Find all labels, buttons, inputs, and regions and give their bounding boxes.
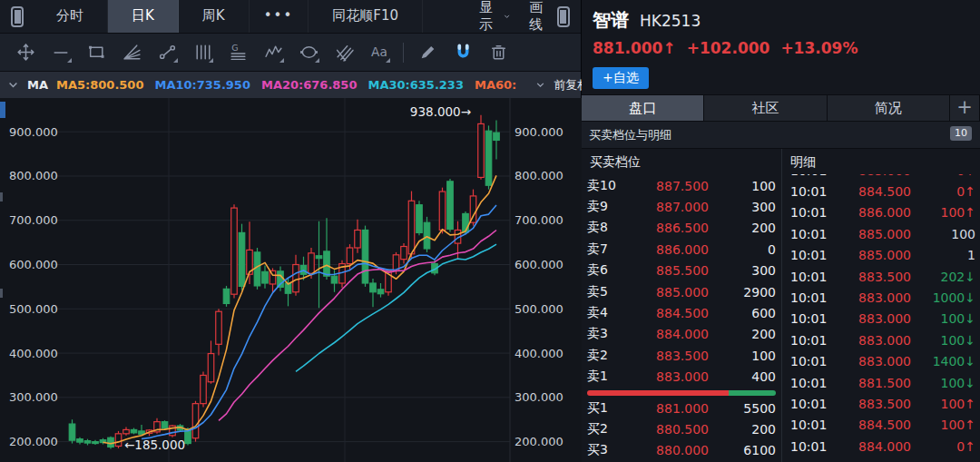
ma-value-label: MA30:635.233 [368,78,464,92]
text-tool-icon[interactable]: Aa [368,41,391,64]
hatch-tool-icon[interactable] [332,41,356,64]
ask-level-label: 卖1 [587,369,629,385]
segment-tool-icon[interactable] [155,41,179,64]
tab-order-book[interactable]: 盘口 [582,95,704,121]
ellipse-tool-icon[interactable] [297,41,320,64]
vertical-lines-tool-icon[interactable] [191,41,214,64]
y-axis-label-right: 900.000 [514,125,564,139]
ask-level-label: 卖10 [587,178,629,194]
ask-price: 886.000 [629,242,721,257]
ma-prefix-label: MA [27,78,48,92]
ask-volume: 100 [721,179,776,193]
depth-level-badge[interactable]: 10 [950,126,972,141]
trade-volume: 100↑ [926,397,975,411]
ask-row[interactable]: 卖3884.000200 [582,324,781,345]
bid-level-label: 买3 [587,442,629,458]
ask-row[interactable]: 卖2883.500100 [582,345,781,366]
orderbook-section-header: 买卖档位与明细 10 [582,122,980,149]
ask-row[interactable]: 卖7886.0000 [582,239,781,260]
tab-community[interactable]: 社区 [704,95,827,121]
left-panel-toggle-icon[interactable] [11,6,24,27]
price-change-pct: +13.09% [780,39,858,57]
tab-minute[interactable]: 分时 [33,0,108,33]
trade-time: 10:01 [790,397,832,411]
display-menu[interactable]: 显示 [470,0,520,33]
trade-detail-row: 10:01885.000100 [782,223,980,244]
add-tab-button[interactable]: + [950,95,980,121]
ask-row[interactable]: 卖10887.500100 [582,175,781,196]
bid-row[interactable]: 买2880.500200 [582,418,781,439]
ask-price: 883.500 [629,349,721,363]
svg-text:G: G [231,43,238,53]
tab-weekly-k[interactable]: 周K [179,0,250,33]
tab-daily-k[interactable]: 日K [108,0,179,33]
ask-row[interactable]: 卖6885.500300 [582,260,781,281]
rect-tool-icon[interactable] [84,41,108,64]
ask-level-label: 卖4 [587,305,629,321]
ask-row[interactable]: 卖9887.000300 [582,196,781,217]
trade-detail-row: 10:01883.0001000↓ [782,287,980,308]
draw-line-button[interactable]: 画线 [520,0,552,33]
y-axis-label-right: 300.000 [514,390,564,404]
tab-f10[interactable]: 同花顺F10 [309,0,423,33]
chevron-down-icon [503,10,511,23]
trash-tool-icon[interactable] [486,41,510,64]
trade-volume: 1400↓ [926,354,975,369]
trade-time: 10:01 [790,439,832,454]
ask-row[interactable]: 卖4884.500600 [582,302,781,323]
collapse-chevron-icon[interactable] [7,79,19,91]
trade-price: 884.000 [832,439,926,454]
y-axis-label-right: 700.000 [514,213,564,227]
trade-detail-row: 10:01885.0001 [782,245,980,266]
bid-row[interactable]: 买3880.0006100 [582,440,781,461]
trade-volume: 202↓ [926,270,975,284]
ask-row[interactable]: 卖1883.000400 [582,367,781,388]
more-periods-button[interactable]: ••• [250,0,309,33]
add-watchlist-button[interactable]: +自选 [593,67,649,89]
detail-column: 明细 10:01885.0000↑10:01884.5000↑10:01886.… [782,149,980,462]
trade-volume: 100↑ [926,418,975,432]
price-annotation: ←185.000 [124,437,185,452]
trade-time: 10:01 [790,205,832,220]
trade-volume: 1000↓ [926,290,975,305]
ma60-chevron-icon[interactable] [535,80,545,90]
wave-tool-icon[interactable] [261,41,285,64]
trade-volume: 100↓ [926,333,975,348]
y-axis-label-right: 500.000 [514,302,564,316]
y-axis-label-right: 400.000 [514,347,564,360]
ask-row[interactable]: 卖8886.500200 [582,218,781,239]
trade-volume: 100↓ [926,311,975,326]
stock-code: HK2513 [640,12,701,30]
trade-volume: 1 [926,248,975,262]
candlestick-chart[interactable]: 900.000900.000800.000800.000700.000700.0… [0,98,582,462]
period-tabbar: 分时 日K 周K ••• 同花顺F10 显示 画线 [0,0,581,34]
gann-lines-tool-icon[interactable]: G [226,41,250,64]
bid-level-label: 买1 [587,400,629,417]
section-title: 买卖档位与明细 [589,127,671,143]
trade-price: 883.500 [832,270,926,284]
trade-volume: 100 [926,227,975,241]
bid-row[interactable]: 买1881.0005500 [582,398,781,418]
pencil-tool-icon[interactable] [416,41,439,64]
trade-volume: 0↑ [926,439,975,454]
draw-line-label: 画线 [529,0,543,34]
line-tool-icon[interactable] [49,41,73,64]
trade-time: 10:01 [790,333,832,348]
ask-price: 885.500 [629,263,721,278]
right-panel-toggle-icon[interactable] [557,6,570,27]
y-axis-label-left: 700.000 [9,213,58,227]
trade-price: 885.000 [832,248,926,262]
tab-profile[interactable]: 简况 [828,95,950,121]
ask-row[interactable]: 卖5885.0002900 [582,281,781,302]
magnet-tool-icon[interactable] [451,41,475,64]
y-axis-label-right: 200.000 [514,435,564,448]
move-tool-icon[interactable] [14,41,37,64]
detail-column-header: 明细 [782,149,980,174]
trade-price: 883.000 [832,354,926,369]
quote-panel: 智谱HK2513 881.000↑ +102.000 +13.09% +自选 盘… [582,0,980,462]
bid-volume: 6100 [721,443,776,457]
toolbar-divider [403,43,404,63]
ask-level-label: 卖5 [587,284,629,300]
fan-lines-tool-icon[interactable] [120,41,143,64]
trade-time: 10:01 [790,184,832,199]
